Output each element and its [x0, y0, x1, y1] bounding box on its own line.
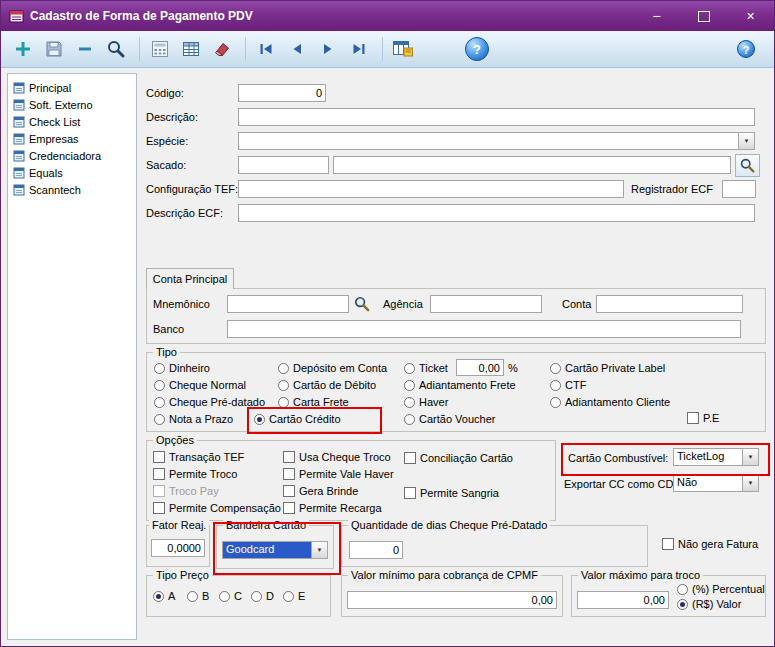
radio-label: CTF — [565, 379, 586, 391]
checkbox-label: Permite Troco — [169, 468, 237, 480]
sidebar-item-check-list[interactable]: Check List — [8, 113, 136, 130]
bandeira-cartao-select[interactable]: Goodcard ▼ — [222, 541, 328, 559]
radio-ticket[interactable]: Ticket — [404, 362, 448, 374]
radio-cartao-credito[interactable]: Cartão Crédito — [254, 413, 341, 425]
checkbox-pe[interactable]: P.E — [687, 412, 719, 424]
window-title: Cadastro de Forma de Pagamento PDV — [30, 9, 253, 23]
minimize-button[interactable]: − — [633, 1, 680, 31]
radio-circle-icon — [404, 380, 415, 391]
radio-ctf[interactable]: CTF — [550, 379, 586, 391]
checkbox-icon — [153, 468, 165, 480]
radio-preco-b[interactable]: B — [187, 590, 209, 602]
chevron-down-icon[interactable]: ▼ — [738, 133, 754, 149]
banco-input[interactable] — [227, 320, 741, 338]
report-button[interactable] — [389, 35, 417, 63]
especie-select[interactable]: ▼ — [238, 132, 755, 150]
radio-cheque-pre-datado[interactable]: Cheque Pré-datado — [154, 396, 265, 408]
close-button[interactable]: × — [727, 1, 774, 31]
chevron-down-icon[interactable]: ▼ — [742, 475, 758, 491]
radio-deposito-em-conta[interactable]: Depósito em Conta — [278, 362, 387, 374]
tab-conta-principal[interactable]: Conta Principal — [146, 268, 234, 289]
calculator-button[interactable] — [146, 35, 174, 63]
nav-previous-button[interactable] — [283, 35, 311, 63]
magnifier-icon — [353, 295, 371, 313]
cartao-combustivel-select[interactable]: TicketLog ▼ — [673, 448, 759, 466]
exportar-cc-select[interactable]: Não ▼ — [673, 474, 759, 492]
nav-next-button[interactable] — [314, 35, 342, 63]
chevron-down-icon[interactable]: ▼ — [742, 449, 758, 465]
qtd-dias-input[interactable] — [349, 541, 403, 559]
checkbox-permite-vale-haver[interactable]: Permite Vale Haver — [283, 468, 394, 480]
checkbox-icon — [404, 452, 416, 464]
radio-dinheiro[interactable]: Dinheiro — [154, 362, 210, 374]
radio-circle-icon — [278, 397, 289, 408]
radio-preco-d[interactable]: D — [251, 590, 274, 602]
checkbox-permite-sangria[interactable]: Permite Sangria — [404, 487, 499, 499]
ticket-percent-input[interactable] — [456, 359, 504, 376]
fator-reaj-input[interactable] — [151, 539, 205, 557]
radio-label: Cheque Pré-datado — [169, 396, 265, 408]
checkbox-label: Permite Sangria — [420, 487, 499, 499]
radio-circle-icon — [251, 591, 262, 602]
tab-label: Conta Principal — [153, 273, 228, 285]
checkbox-gera-brinde[interactable]: Gera Brinde — [283, 485, 358, 497]
save-button[interactable] — [40, 35, 68, 63]
delete-button[interactable] — [71, 35, 99, 63]
chevron-down-icon[interactable]: ▼ — [311, 542, 327, 558]
radio-percentual[interactable]: (%) Percentual — [677, 583, 765, 595]
radio-cartao-de-debito[interactable]: Cartão de Débito — [278, 379, 376, 391]
sacado-search-button[interactable] — [735, 154, 760, 177]
nav-first-button[interactable] — [252, 35, 280, 63]
radio-carta-frete[interactable]: Carta Frete — [278, 396, 349, 408]
sidebar-item-credenciadora[interactable]: Credenciadora — [8, 147, 136, 164]
radio-label: B — [202, 590, 209, 602]
checkbox-conciliacao-cartao[interactable]: Conciliação Cartão — [404, 452, 513, 464]
sidebar-item-equals[interactable]: Equals — [8, 164, 136, 181]
radio-circle-icon — [677, 599, 688, 610]
mnemonico-input[interactable] — [227, 295, 349, 313]
radio-cheque-normal[interactable]: Cheque Normal — [154, 379, 246, 391]
sacado-code-input[interactable] — [238, 156, 329, 174]
checkbox-permite-compensacao[interactable]: Permite Compensação — [153, 502, 281, 514]
checkbox-permite-recarga[interactable]: Permite Recarga — [283, 502, 382, 514]
radio-preco-e[interactable]: E — [283, 590, 305, 602]
conta-input[interactable] — [596, 295, 743, 313]
checkbox-usa-cheque-troco[interactable]: Usa Cheque Troco — [283, 451, 391, 463]
checkbox-permite-troco[interactable]: Permite Troco — [153, 468, 237, 480]
table-button[interactable] — [177, 35, 205, 63]
sidebar-item-scanntech[interactable]: Scanntech — [8, 181, 136, 198]
troco-max-input[interactable] — [577, 591, 669, 609]
sidebar-item-empresas[interactable]: Empresas — [8, 130, 136, 147]
clear-button[interactable] — [208, 35, 236, 63]
radio-preco-c[interactable]: C — [219, 590, 242, 602]
sidebar-item-principal[interactable]: Principal — [8, 79, 136, 96]
agencia-input[interactable] — [430, 295, 542, 313]
radio-haver[interactable]: Haver — [404, 396, 448, 408]
radio-label: Depósito em Conta — [293, 362, 387, 374]
checkbox-label: Conciliação Cartão — [420, 452, 513, 464]
add-button[interactable] — [9, 35, 37, 63]
mnemonico-search-button[interactable] — [352, 294, 372, 314]
config-tef-input[interactable] — [238, 180, 624, 198]
checkbox-transacao-tef[interactable]: Transação TEF — [153, 451, 244, 463]
maximize-button[interactable] — [680, 1, 727, 31]
registrador-ecf-input[interactable] — [722, 180, 756, 198]
radio-adiantamento-frete[interactable]: Adiantamento Frete — [404, 379, 516, 391]
checkbox-nao-gera-fatura[interactable]: Não gera Fatura — [662, 538, 758, 550]
search-button[interactable] — [102, 35, 130, 63]
descricao-ecf-input[interactable] — [238, 204, 755, 222]
sidebar-item-soft-externo[interactable]: Soft. Externo — [8, 96, 136, 113]
radio-cartao-voucher[interactable]: Cartão Voucher — [404, 413, 495, 425]
radio-nota-a-prazo[interactable]: Nota a Prazo — [154, 413, 233, 425]
help-button[interactable]: ? — [462, 34, 492, 64]
radio-preco-a[interactable]: A — [153, 590, 175, 602]
cpmf-input[interactable] — [347, 591, 557, 609]
sacado-name-input[interactable] — [333, 156, 731, 174]
help-right-button[interactable]: ? — [732, 35, 760, 63]
radio-adiantamento-cliente[interactable]: Adiantamento Cliente — [550, 396, 670, 408]
nav-last-button[interactable] — [345, 35, 373, 63]
descricao-input[interactable] — [238, 108, 755, 126]
radio-cartao-private-label[interactable]: Cartão Private Label — [550, 362, 665, 374]
codigo-input[interactable] — [238, 84, 326, 102]
radio-valor[interactable]: (R$) Valor — [677, 598, 741, 610]
